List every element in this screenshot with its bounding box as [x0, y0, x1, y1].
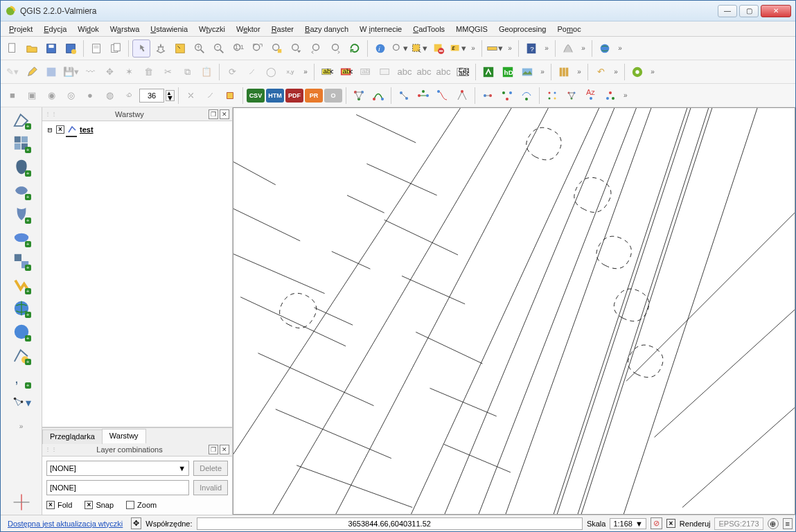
- identify-icon[interactable]: i: [371, 39, 389, 57]
- fold-checkbox[interactable]: ×Fold: [46, 501, 72, 509]
- menu-projekt[interactable]: Projekt: [5, 24, 37, 35]
- move-feature-icon[interactable]: ✥: [100, 63, 118, 81]
- label-show-icon[interactable]: [376, 63, 394, 81]
- epsg-label[interactable]: EPSG:2173: [714, 517, 763, 530]
- layer-row[interactable]: ⊟ × test: [45, 124, 229, 135]
- label-change-icon[interactable]: abc: [434, 63, 452, 81]
- plugin-photo-icon[interactable]: [518, 63, 536, 81]
- menu-raster[interactable]: Raster: [267, 24, 298, 35]
- menu-cadtools[interactable]: CadTools: [409, 24, 449, 35]
- add-spatialite-icon[interactable]: +: [12, 181, 31, 200]
- tool-c3-icon[interactable]: [221, 87, 239, 105]
- csv-badge-icon[interactable]: CSV: [247, 89, 265, 103]
- overflow-icon[interactable]: »: [615, 44, 625, 52]
- measure-icon[interactable]: ▾: [486, 39, 504, 57]
- coord-capture-icon[interactable]: x,y: [281, 63, 299, 81]
- overflow-icon[interactable]: »: [542, 44, 551, 52]
- add-vector-icon[interactable]: +: [12, 110, 31, 130]
- topo-9-icon[interactable]: [518, 87, 536, 105]
- invalid-button[interactable]: Invalid: [193, 480, 228, 495]
- save-edits-drop-icon[interactable]: 💾▾: [62, 63, 80, 81]
- minimize-button[interactable]: —: [718, 5, 737, 17]
- maximize-button[interactable]: ▢: [739, 5, 759, 17]
- overflow-icon[interactable]: »: [621, 91, 630, 99]
- topo-8-icon[interactable]: [498, 87, 516, 105]
- deselect-icon[interactable]: [430, 39, 448, 57]
- add-wms-icon[interactable]: +: [12, 251, 31, 271]
- add-raster-icon[interactable]: +: [12, 134, 31, 153]
- undo-icon[interactable]: ↶: [592, 63, 610, 81]
- topo-2-icon[interactable]: [369, 87, 387, 105]
- node-tool-icon[interactable]: ✶: [120, 63, 138, 81]
- layer-name[interactable]: test: [80, 125, 94, 134]
- select-rect-icon[interactable]: ▾: [410, 39, 428, 57]
- o-badge-icon[interactable]: O: [324, 89, 342, 103]
- add-feature-icon[interactable]: 〰: [81, 63, 99, 81]
- overflow-icon[interactable]: »: [538, 68, 547, 76]
- topo-3-icon[interactable]: [395, 87, 413, 105]
- zoom-next-icon[interactable]: [326, 39, 344, 57]
- copy-icon[interactable]: ⧉: [178, 63, 196, 81]
- zoom-in-icon[interactable]: +: [191, 39, 209, 57]
- new-shapefile-icon[interactable]: +: [12, 346, 31, 365]
- zoom-layer-icon[interactable]: [288, 39, 306, 57]
- refresh-icon[interactable]: [346, 39, 364, 57]
- easy-label-icon[interactable]: Easyabc: [454, 63, 472, 81]
- menu-ustawienia[interactable]: Ustawienia: [146, 24, 192, 35]
- tool-c2-icon[interactable]: ⟋: [202, 87, 220, 105]
- label-move-icon[interactable]: abc: [396, 63, 414, 81]
- save-icon[interactable]: [42, 39, 60, 57]
- overflow-icon[interactable]: »: [611, 68, 621, 76]
- shape-dot-icon[interactable]: ◉: [42, 87, 60, 105]
- menu-geoprocesing[interactable]: Geoprocesing: [495, 24, 551, 35]
- topo-1-icon[interactable]: [350, 87, 368, 105]
- composer-manager-icon[interactable]: [107, 39, 125, 57]
- expand-sidebar-icon[interactable]: »: [12, 416, 31, 436]
- stop-render-icon[interactable]: ⊘: [651, 517, 662, 529]
- select-expr-icon[interactable]: ε▾: [449, 39, 467, 57]
- zoom-out-icon[interactable]: -: [210, 39, 228, 57]
- label-pin-icon[interactable]: ab: [357, 63, 375, 81]
- paste-icon[interactable]: 📋: [197, 63, 215, 81]
- label-yellow-icon[interactable]: abc: [318, 63, 336, 81]
- zoom-last-icon[interactable]: [307, 39, 325, 57]
- close-panel-icon[interactable]: ✕: [220, 445, 229, 454]
- toggle-extents-icon[interactable]: ✥: [131, 517, 141, 529]
- overflow-icon[interactable]: »: [468, 44, 478, 52]
- add-wfs-icon[interactable]: +: [12, 299, 31, 318]
- close-panel-icon[interactable]: ✕: [220, 109, 229, 119]
- topo-az-icon[interactable]: Az: [582, 87, 600, 105]
- overflow-icon[interactable]: »: [648, 68, 657, 76]
- zoom-checkbox[interactable]: Zoom: [126, 501, 157, 509]
- layers-tree[interactable]: ⊟ × test: [42, 121, 232, 427]
- menu-edycja[interactable]: Edycja: [39, 24, 71, 35]
- tool-c1-icon[interactable]: ⤫: [182, 87, 200, 105]
- snap-checkbox[interactable]: ×Snap: [85, 501, 114, 509]
- save-edits-icon[interactable]: [42, 63, 60, 81]
- pan-to-selection-icon[interactable]: [171, 39, 189, 57]
- menu-wtyczki[interactable]: Wtyczki: [195, 24, 229, 35]
- label-highlight-icon[interactable]: abc: [337, 63, 355, 81]
- map-canvas[interactable]: [233, 107, 795, 515]
- add-oracle-icon[interactable]: +: [12, 228, 31, 247]
- add-wcs-icon[interactable]: +: [12, 275, 31, 294]
- menu-bazy danych[interactable]: Bazy danych: [301, 24, 353, 35]
- add-ring-icon[interactable]: ◯: [262, 63, 280, 81]
- new-project-icon[interactable]: [3, 39, 21, 57]
- undock-icon[interactable]: ❐: [209, 445, 218, 454]
- menu-wektor[interactable]: Wektor: [232, 24, 265, 35]
- columns-icon[interactable]: [555, 63, 573, 81]
- log-icon[interactable]: ≡: [783, 518, 793, 529]
- add-mssql-icon[interactable]: +: [12, 204, 31, 224]
- pan-icon[interactable]: [152, 39, 170, 57]
- new-composer-icon[interactable]: [87, 39, 105, 57]
- topo-6-icon[interactable]: [453, 87, 471, 105]
- plugin-a-icon[interactable]: [479, 63, 497, 81]
- globe-icon[interactable]: [596, 39, 614, 57]
- overflow-icon[interactable]: »: [578, 44, 588, 52]
- edit-pencil-icon[interactable]: ✎▾: [3, 63, 21, 81]
- add-csv-icon[interactable]: +: [12, 322, 31, 342]
- htm-badge-icon[interactable]: HTM: [266, 89, 284, 103]
- overflow-icon[interactable]: »: [574, 68, 584, 76]
- shape-sq2-icon[interactable]: ▣: [23, 87, 41, 105]
